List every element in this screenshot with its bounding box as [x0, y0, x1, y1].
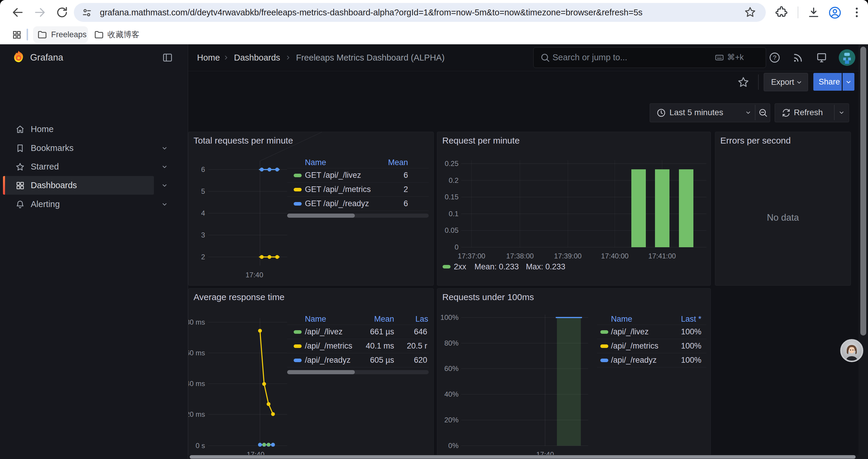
- horizontal-scrollbar-thumb[interactable]: [190, 455, 856, 459]
- sidebar-toggle-icon[interactable]: [162, 52, 173, 63]
- legend-scrollbar-thumb[interactable]: [287, 370, 355, 374]
- apps-grid-icon[interactable]: [12, 30, 22, 40]
- sidebar-item-label: Starred: [31, 157, 59, 176]
- series-pill: [294, 359, 302, 362]
- legend-col-name[interactable]: Name: [305, 157, 326, 168]
- legend-line[interactable]: 2xx Mean: 0.233 Max: 0.233: [442, 261, 703, 272]
- breadcrumb-home[interactable]: Home: [197, 44, 220, 71]
- news-rss-icon[interactable]: [792, 52, 804, 64]
- chevron-down-icon[interactable]: [161, 145, 168, 152]
- legend-row[interactable]: /api/_/readyz100%: [597, 353, 706, 367]
- sidebar-item-home[interactable]: Home: [0, 120, 188, 138]
- horizontal-scrollbar-track[interactable]: [188, 455, 859, 459]
- menu-kebab-icon[interactable]: [850, 6, 863, 19]
- legend-row[interactable]: GET /api/_/livez6: [287, 168, 429, 183]
- svg-text:0.1: 0.1: [449, 210, 459, 218]
- svg-text:60%: 60%: [444, 364, 459, 372]
- legend-header[interactable]: NameMean: [287, 157, 429, 168]
- star-icon: [16, 162, 25, 172]
- site-settings-icon[interactable]: [82, 7, 92, 18]
- legend-header[interactable]: NameLast *: [597, 314, 706, 325]
- no-data-text: No data: [715, 212, 850, 223]
- legend-row[interactable]: GET /api/_/metrics2: [287, 183, 429, 197]
- kiosk-mode-icon[interactable]: [816, 52, 828, 64]
- series-name: GET /api/_/livez: [305, 168, 361, 182]
- address-bar[interactable]: grafana.mathmast.com/d/deytv4rwavabkb/fr…: [74, 3, 766, 22]
- series-name: /api/_/livez: [611, 325, 649, 339]
- legend-table: NameLast */api/_/livez100%/api/_/metrics…: [597, 314, 706, 367]
- bookmarks-bar: Freeleaps 收藏博客: [0, 25, 868, 44]
- bookmark-folder[interactable]: 收藏博客: [107, 25, 140, 44]
- bookmark-star-icon[interactable]: [744, 6, 757, 19]
- vertical-scrollbar-track[interactable]: [859, 44, 868, 459]
- export-button[interactable]: Export: [764, 73, 808, 91]
- panel-avg-response-time: Average response time 80 ms60 ms40 ms20 …: [188, 288, 434, 459]
- brand-name[interactable]: Grafana: [30, 44, 63, 71]
- time-range-picker[interactable]: Last 5 minutes: [650, 103, 770, 122]
- legend-col-name[interactable]: Name: [611, 314, 632, 325]
- sidebar-item-dashboards[interactable]: Dashboards: [0, 176, 188, 195]
- legend-row[interactable]: GET /api/_/readyz6: [287, 197, 429, 211]
- user-avatar[interactable]: [839, 49, 855, 66]
- bookmark-folder[interactable]: Freeleaps: [51, 25, 87, 44]
- search-placeholder: Search or jump to...: [553, 47, 627, 67]
- legend-table: NameMeanLas/api/_/livez661 µs646/api/_/m…: [287, 314, 429, 374]
- url-text[interactable]: grafana.mathmast.com/d/deytv4rwavabkb/fr…: [100, 3, 643, 22]
- chevron-down-icon[interactable]: [161, 201, 168, 208]
- sidebar-item-starred[interactable]: Starred: [0, 157, 188, 176]
- svg-text:?: ?: [773, 54, 776, 61]
- downloads-icon[interactable]: [807, 6, 820, 19]
- legend-row[interactable]: /api/_/metrics100%: [597, 339, 706, 353]
- sidebar-item-label: Dashboards: [31, 176, 77, 195]
- legend-scrollbar-thumb[interactable]: [287, 214, 355, 218]
- legend-scrollbar-track[interactable]: [287, 370, 429, 374]
- legend-col[interactable]: Last *: [648, 314, 701, 325]
- zoom-out-icon[interactable]: [758, 108, 768, 118]
- svg-text:17:40:00: 17:40:00: [601, 252, 628, 260]
- panel-requests-under-100ms: Requests under 100ms 100%80%60%40%20%0%1…: [437, 288, 711, 459]
- panel-title[interactable]: Errors per second: [720, 136, 790, 145]
- legend-row[interactable]: /api/_/readyz605 µs620: [287, 353, 429, 367]
- grafana-logo-icon[interactable]: [11, 49, 26, 65]
- chevron-down-icon[interactable]: [161, 182, 168, 189]
- series-value: 620: [374, 353, 427, 367]
- assistant-avatar[interactable]: [840, 339, 863, 362]
- series-max: Max: 0.233: [526, 261, 565, 272]
- favorite-star-icon[interactable]: [737, 76, 749, 88]
- folder-icon[interactable]: [37, 30, 47, 40]
- legend-scrollbar-track[interactable]: [287, 214, 429, 218]
- back-icon[interactable]: [11, 6, 24, 19]
- profile-avatar-icon[interactable]: [828, 6, 841, 19]
- legend-header[interactable]: NameMeanLas: [287, 314, 429, 325]
- share-dropdown-button[interactable]: [843, 73, 855, 91]
- browser-toolbar: grafana.mathmast.com/d/deytv4rwavabkb/fr…: [0, 0, 868, 25]
- panel-total-requests: Total requests per minute 6543217:40 Nam…: [188, 132, 434, 286]
- sidebar-item-alerting[interactable]: Alerting: [0, 195, 188, 214]
- reload-icon[interactable]: [56, 6, 68, 19]
- chevron-down-icon[interactable]: [161, 164, 168, 170]
- sidebar-item-label: Home: [31, 120, 54, 138]
- legend-col-name[interactable]: Name: [305, 314, 326, 325]
- share-button[interactable]: Share: [813, 73, 842, 91]
- forward-icon[interactable]: [33, 6, 46, 19]
- svg-text:0.2: 0.2: [449, 176, 459, 184]
- svg-text:5: 5: [201, 187, 205, 195]
- chevron-down-icon[interactable]: [838, 109, 845, 116]
- vertical-scrollbar-thumb[interactable]: [860, 47, 866, 335]
- legend-row[interactable]: /api/_/livez100%: [597, 325, 706, 339]
- legend-col[interactable]: Las: [415, 314, 428, 325]
- legend-row[interactable]: /api/_/metrics40.1 ms20.5 r: [287, 339, 429, 353]
- bookmarks-divider: [27, 29, 28, 40]
- svg-text:6: 6: [201, 165, 205, 173]
- breadcrumb-dashboards[interactable]: Dashboards: [234, 44, 280, 71]
- sidebar-item-bookmarks[interactable]: Bookmarks: [0, 139, 188, 157]
- folder-icon[interactable]: [94, 30, 104, 40]
- legend-row[interactable]: /api/_/livez661 µs646: [287, 325, 429, 339]
- refresh-icon: [781, 108, 791, 118]
- extensions-icon[interactable]: [775, 6, 788, 19]
- search-input[interactable]: Search or jump to... ⌘+k: [533, 47, 766, 68]
- legend-col[interactable]: Mean: [355, 157, 408, 168]
- legend-col[interactable]: Mean: [341, 314, 394, 325]
- help-icon[interactable]: ?: [769, 52, 780, 64]
- refresh-button[interactable]: Refresh: [775, 103, 849, 122]
